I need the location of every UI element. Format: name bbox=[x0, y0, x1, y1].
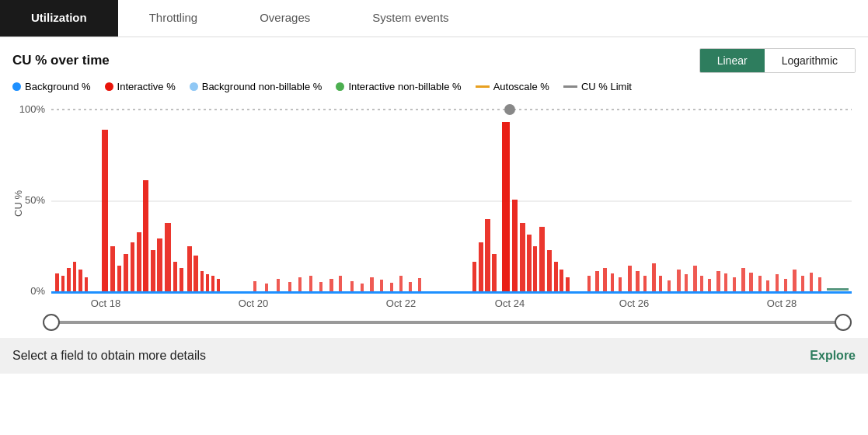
svg-rect-53 bbox=[502, 122, 510, 291]
svg-rect-19 bbox=[137, 232, 141, 291]
chart-area: 100% 50% 0% bbox=[12, 99, 856, 308]
svg-rect-9 bbox=[61, 276, 64, 291]
svg-rect-21 bbox=[151, 250, 155, 291]
svg-rect-11 bbox=[73, 262, 76, 291]
svg-text:Oct 24: Oct 24 bbox=[495, 298, 525, 308]
svg-rect-85 bbox=[766, 280, 769, 291]
svg-rect-66 bbox=[611, 273, 614, 291]
legend-cu-limit-label: CU % Limit bbox=[581, 81, 632, 92]
svg-rect-76 bbox=[693, 266, 697, 291]
svg-rect-65 bbox=[603, 268, 607, 291]
bottom-bar: Select a field to obtain more details Ex… bbox=[0, 338, 868, 374]
svg-rect-16 bbox=[117, 266, 121, 291]
legend-interactive-label: Interactive % bbox=[117, 81, 176, 92]
svg-rect-28 bbox=[200, 271, 204, 291]
svg-rect-71 bbox=[652, 263, 656, 291]
svg-rect-37 bbox=[309, 276, 312, 291]
legend-background: Background % bbox=[12, 81, 91, 92]
scale-linear-button[interactable]: Linear bbox=[700, 49, 765, 72]
svg-rect-38 bbox=[319, 282, 322, 291]
svg-rect-7 bbox=[827, 288, 849, 291]
interactive-nonbillable-dot-icon bbox=[336, 82, 344, 91]
svg-rect-84 bbox=[758, 276, 762, 291]
svg-rect-32 bbox=[253, 281, 256, 291]
svg-rect-35 bbox=[288, 282, 291, 291]
tab-throttling[interactable]: Throttling bbox=[118, 0, 229, 37]
svg-rect-39 bbox=[329, 279, 333, 291]
chart-svg: 100% 50% 0% bbox=[12, 99, 856, 308]
svg-rect-29 bbox=[206, 274, 209, 291]
svg-rect-33 bbox=[265, 284, 268, 291]
svg-rect-63 bbox=[587, 276, 591, 291]
tab-bar: Utilization Throttling Overages System e… bbox=[0, 0, 868, 37]
range-handle-right[interactable] bbox=[835, 314, 852, 331]
svg-rect-31 bbox=[217, 279, 220, 291]
svg-rect-54 bbox=[512, 200, 518, 291]
svg-rect-89 bbox=[801, 276, 804, 291]
range-slider-wrapper bbox=[12, 308, 856, 335]
svg-rect-52 bbox=[492, 254, 497, 291]
svg-rect-27 bbox=[193, 256, 198, 291]
svg-rect-74 bbox=[677, 270, 681, 291]
svg-rect-72 bbox=[659, 276, 662, 291]
svg-rect-20 bbox=[143, 180, 148, 291]
svg-text:Oct 20: Oct 20 bbox=[239, 298, 268, 308]
background-dot-icon bbox=[12, 82, 21, 91]
scale-toggle: Linear Logarithmic bbox=[699, 48, 856, 73]
svg-text:0%: 0% bbox=[30, 285, 45, 297]
tab-utilization[interactable]: Utilization bbox=[0, 0, 118, 37]
svg-rect-12 bbox=[78, 270, 82, 291]
svg-rect-42 bbox=[361, 284, 364, 291]
legend-interactive-nonbillable: Interactive non-billable % bbox=[336, 81, 461, 92]
svg-rect-51 bbox=[485, 219, 490, 291]
svg-rect-77 bbox=[700, 276, 703, 291]
svg-rect-70 bbox=[643, 276, 647, 291]
legend-background-label: Background % bbox=[25, 81, 91, 92]
svg-rect-59 bbox=[547, 250, 552, 291]
svg-rect-64 bbox=[595, 271, 599, 291]
range-handle-left[interactable] bbox=[43, 314, 60, 331]
svg-rect-57 bbox=[533, 246, 537, 291]
svg-text:50%: 50% bbox=[25, 194, 45, 206]
chart-header: CU % over time Linear Logarithmic bbox=[12, 48, 856, 73]
chart-title: CU % over time bbox=[12, 53, 110, 68]
scale-logarithmic-button[interactable]: Logarithmic bbox=[765, 49, 855, 72]
svg-rect-17 bbox=[124, 254, 128, 291]
svg-text:Oct 22: Oct 22 bbox=[386, 298, 416, 308]
main-content: CU % over time Linear Logarithmic Backgr… bbox=[0, 37, 868, 335]
svg-rect-44 bbox=[380, 280, 383, 291]
legend-interactive: Interactive % bbox=[105, 81, 176, 92]
interactive-dot-icon bbox=[105, 82, 113, 91]
svg-rect-50 bbox=[479, 242, 483, 291]
svg-rect-69 bbox=[636, 271, 640, 291]
tab-system-events[interactable]: System events bbox=[341, 0, 479, 37]
legend-background-nonbillable-label: Background non-billable % bbox=[202, 81, 322, 92]
svg-rect-25 bbox=[180, 268, 183, 291]
svg-rect-68 bbox=[628, 266, 632, 291]
range-slider[interactable] bbox=[51, 311, 843, 333]
svg-rect-82 bbox=[741, 268, 745, 291]
autoscale-line-icon bbox=[476, 85, 490, 88]
svg-rect-78 bbox=[708, 279, 711, 291]
svg-rect-30 bbox=[211, 276, 214, 291]
bottom-text: Select a field to obtain more details bbox=[12, 349, 206, 363]
svg-rect-55 bbox=[520, 223, 525, 291]
explore-button[interactable]: Explore bbox=[810, 349, 856, 363]
svg-rect-81 bbox=[733, 277, 736, 291]
legend-interactive-nonbillable-label: Interactive non-billable % bbox=[348, 81, 461, 92]
svg-text:Oct 26: Oct 26 bbox=[619, 298, 649, 308]
svg-rect-34 bbox=[277, 279, 280, 291]
tab-overages[interactable]: Overages bbox=[228, 0, 341, 37]
svg-text:Oct 28: Oct 28 bbox=[767, 298, 797, 308]
svg-rect-15 bbox=[110, 246, 115, 291]
svg-rect-36 bbox=[298, 277, 302, 291]
svg-rect-88 bbox=[793, 270, 797, 291]
svg-rect-18 bbox=[131, 242, 134, 291]
svg-rect-13 bbox=[85, 277, 88, 291]
svg-rect-6 bbox=[51, 291, 852, 294]
svg-rect-8 bbox=[55, 273, 59, 291]
svg-rect-48 bbox=[418, 278, 421, 291]
legend-background-nonbillable: Background non-billable % bbox=[190, 81, 322, 92]
svg-rect-91 bbox=[818, 277, 821, 291]
legend-autoscale: Autoscale % bbox=[476, 81, 549, 92]
